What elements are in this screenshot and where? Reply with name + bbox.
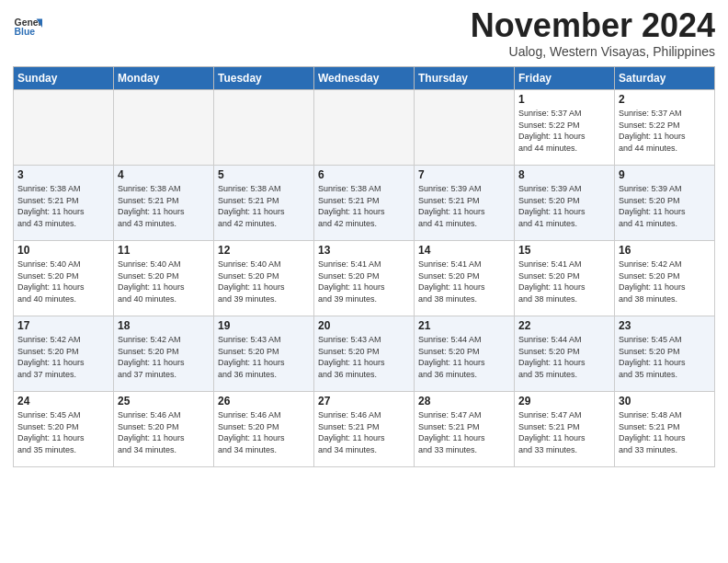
month-title: November 2024 xyxy=(471,9,715,42)
svg-text:Blue: Blue xyxy=(15,27,36,37)
day-info: Sunrise: 5:42 AM Sunset: 5:20 PM Dayligh… xyxy=(118,334,210,380)
day-info: Sunrise: 5:41 AM Sunset: 5:20 PM Dayligh… xyxy=(318,259,410,304)
calendar-cell xyxy=(14,90,114,166)
weekday-header-tuesday: Tuesday xyxy=(214,67,314,90)
day-info: Sunrise: 5:45 AM Sunset: 5:20 PM Dayligh… xyxy=(17,409,109,455)
calendar-cell: 6Sunrise: 5:38 AM Sunset: 5:21 PM Daylig… xyxy=(314,166,415,241)
day-info: Sunrise: 5:38 AM Sunset: 5:21 PM Dayligh… xyxy=(218,183,310,229)
day-info: Sunrise: 5:44 AM Sunset: 5:20 PM Dayligh… xyxy=(418,334,510,380)
day-number: 9 xyxy=(619,168,711,181)
day-info: Sunrise: 5:40 AM Sunset: 5:20 PM Dayligh… xyxy=(118,259,210,304)
calendar-cell xyxy=(114,90,214,166)
calendar-cell: 12Sunrise: 5:40 AM Sunset: 5:20 PM Dayli… xyxy=(214,241,314,316)
day-number: 23 xyxy=(619,319,711,332)
calendar-week-row: 10Sunrise: 5:40 AM Sunset: 5:20 PM Dayli… xyxy=(14,241,715,316)
weekday-header-monday: Monday xyxy=(114,67,214,90)
day-info: Sunrise: 5:44 AM Sunset: 5:20 PM Dayligh… xyxy=(518,334,610,380)
day-number: 24 xyxy=(17,395,109,408)
day-number: 25 xyxy=(118,395,210,408)
day-number: 4 xyxy=(118,168,210,181)
calendar-cell: 30Sunrise: 5:48 AM Sunset: 5:21 PM Dayli… xyxy=(615,392,715,467)
day-number: 16 xyxy=(619,244,711,257)
calendar-cell: 19Sunrise: 5:43 AM Sunset: 5:20 PM Dayli… xyxy=(214,316,314,392)
day-info: Sunrise: 5:39 AM Sunset: 5:20 PM Dayligh… xyxy=(619,183,711,229)
day-number: 14 xyxy=(418,244,510,257)
location: Ualog, Western Visayas, Philippines xyxy=(471,44,715,59)
calendar-cell: 5Sunrise: 5:38 AM Sunset: 5:21 PM Daylig… xyxy=(214,166,314,241)
calendar-cell: 17Sunrise: 5:42 AM Sunset: 5:20 PM Dayli… xyxy=(14,316,114,392)
day-number: 21 xyxy=(418,319,510,332)
day-info: Sunrise: 5:43 AM Sunset: 5:20 PM Dayligh… xyxy=(318,334,410,380)
calendar-cell: 1Sunrise: 5:37 AM Sunset: 5:22 PM Daylig… xyxy=(515,90,615,166)
day-number: 1 xyxy=(518,93,610,106)
calendar-cell: 9Sunrise: 5:39 AM Sunset: 5:20 PM Daylig… xyxy=(615,166,715,241)
day-info: Sunrise: 5:38 AM Sunset: 5:21 PM Dayligh… xyxy=(17,183,109,229)
day-info: Sunrise: 5:47 AM Sunset: 5:21 PM Dayligh… xyxy=(418,409,510,455)
day-number: 17 xyxy=(17,319,109,332)
day-number: 10 xyxy=(17,244,109,257)
day-info: Sunrise: 5:37 AM Sunset: 5:22 PM Dayligh… xyxy=(518,108,610,154)
day-number: 3 xyxy=(17,168,109,181)
day-number: 20 xyxy=(318,319,410,332)
calendar-cell: 7Sunrise: 5:39 AM Sunset: 5:21 PM Daylig… xyxy=(415,166,515,241)
weekday-header-friday: Friday xyxy=(515,67,615,90)
calendar-cell: 10Sunrise: 5:40 AM Sunset: 5:20 PM Dayli… xyxy=(14,241,114,316)
header-right: November 2024 Ualog, Western Visayas, Ph… xyxy=(471,9,715,59)
calendar-week-row: 1Sunrise: 5:37 AM Sunset: 5:22 PM Daylig… xyxy=(14,90,715,166)
calendar-cell: 18Sunrise: 5:42 AM Sunset: 5:20 PM Dayli… xyxy=(114,316,214,392)
calendar-cell: 16Sunrise: 5:42 AM Sunset: 5:20 PM Dayli… xyxy=(615,241,715,316)
day-info: Sunrise: 5:38 AM Sunset: 5:21 PM Dayligh… xyxy=(118,183,210,229)
day-number: 11 xyxy=(118,244,210,257)
calendar-cell: 26Sunrise: 5:46 AM Sunset: 5:20 PM Dayli… xyxy=(214,392,314,467)
calendar-cell: 8Sunrise: 5:39 AM Sunset: 5:20 PM Daylig… xyxy=(515,166,615,241)
calendar-cell: 11Sunrise: 5:40 AM Sunset: 5:20 PM Dayli… xyxy=(114,241,214,316)
day-info: Sunrise: 5:42 AM Sunset: 5:20 PM Dayligh… xyxy=(619,259,711,304)
day-info: Sunrise: 5:45 AM Sunset: 5:20 PM Dayligh… xyxy=(619,334,711,380)
calendar-cell xyxy=(415,90,515,166)
weekday-header-thursday: Thursday xyxy=(415,67,515,90)
calendar-cell: 22Sunrise: 5:44 AM Sunset: 5:20 PM Dayli… xyxy=(515,316,615,392)
day-info: Sunrise: 5:37 AM Sunset: 5:22 PM Dayligh… xyxy=(619,108,711,154)
calendar-week-row: 3Sunrise: 5:38 AM Sunset: 5:21 PM Daylig… xyxy=(14,166,715,241)
weekday-header-sunday: Sunday xyxy=(14,67,114,90)
calendar-cell: 14Sunrise: 5:41 AM Sunset: 5:20 PM Dayli… xyxy=(415,241,515,316)
logo-icon: General Blue xyxy=(13,13,42,42)
logo: General Blue xyxy=(13,13,46,42)
day-number: 22 xyxy=(518,319,610,332)
calendar-cell: 27Sunrise: 5:46 AM Sunset: 5:21 PM Dayli… xyxy=(314,392,415,467)
day-info: Sunrise: 5:43 AM Sunset: 5:20 PM Dayligh… xyxy=(218,334,310,380)
header: General Blue November 2024 Ualog, Wester… xyxy=(13,9,715,59)
day-info: Sunrise: 5:39 AM Sunset: 5:21 PM Dayligh… xyxy=(418,183,510,229)
day-number: 5 xyxy=(218,168,310,181)
day-info: Sunrise: 5:47 AM Sunset: 5:21 PM Dayligh… xyxy=(518,409,610,455)
calendar-cell: 13Sunrise: 5:41 AM Sunset: 5:20 PM Dayli… xyxy=(314,241,415,316)
weekday-header-wednesday: Wednesday xyxy=(314,67,415,90)
calendar-cell: 15Sunrise: 5:41 AM Sunset: 5:20 PM Dayli… xyxy=(515,241,615,316)
day-info: Sunrise: 5:46 AM Sunset: 5:20 PM Dayligh… xyxy=(218,409,310,455)
day-info: Sunrise: 5:41 AM Sunset: 5:20 PM Dayligh… xyxy=(518,259,610,304)
day-number: 6 xyxy=(318,168,410,181)
day-number: 13 xyxy=(318,244,410,257)
calendar-week-row: 17Sunrise: 5:42 AM Sunset: 5:20 PM Dayli… xyxy=(14,316,715,392)
day-number: 27 xyxy=(318,395,410,408)
calendar-week-row: 24Sunrise: 5:45 AM Sunset: 5:20 PM Dayli… xyxy=(14,392,715,467)
day-info: Sunrise: 5:38 AM Sunset: 5:21 PM Dayligh… xyxy=(318,183,410,229)
day-info: Sunrise: 5:40 AM Sunset: 5:20 PM Dayligh… xyxy=(17,259,109,304)
day-number: 29 xyxy=(518,395,610,408)
calendar-cell: 25Sunrise: 5:46 AM Sunset: 5:20 PM Dayli… xyxy=(114,392,214,467)
calendar-cell xyxy=(314,90,415,166)
day-info: Sunrise: 5:39 AM Sunset: 5:20 PM Dayligh… xyxy=(518,183,610,229)
day-number: 2 xyxy=(619,93,711,106)
calendar-cell: 2Sunrise: 5:37 AM Sunset: 5:22 PM Daylig… xyxy=(615,90,715,166)
day-info: Sunrise: 5:46 AM Sunset: 5:20 PM Dayligh… xyxy=(118,409,210,455)
day-info: Sunrise: 5:42 AM Sunset: 5:20 PM Dayligh… xyxy=(17,334,109,380)
calendar-header-row: SundayMondayTuesdayWednesdayThursdayFrid… xyxy=(14,67,715,90)
day-number: 8 xyxy=(518,168,610,181)
day-number: 30 xyxy=(619,395,711,408)
weekday-header-saturday: Saturday xyxy=(615,67,715,90)
day-number: 28 xyxy=(418,395,510,408)
day-number: 26 xyxy=(218,395,310,408)
calendar-cell: 29Sunrise: 5:47 AM Sunset: 5:21 PM Dayli… xyxy=(515,392,615,467)
calendar-cell: 3Sunrise: 5:38 AM Sunset: 5:21 PM Daylig… xyxy=(14,166,114,241)
calendar-table: SundayMondayTuesdayWednesdayThursdayFrid… xyxy=(13,66,715,467)
